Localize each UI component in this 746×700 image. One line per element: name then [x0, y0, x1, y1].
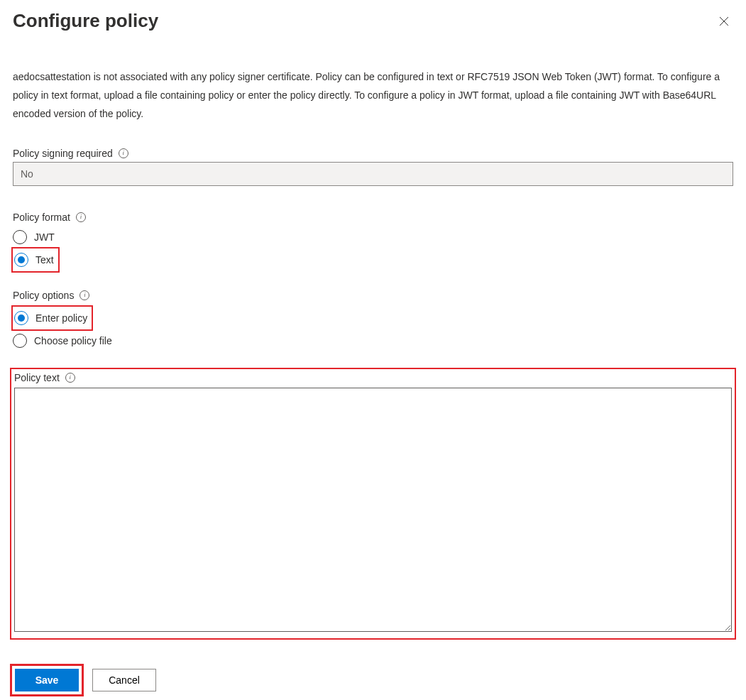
- panel-footer: Save Cancel: [13, 664, 733, 696]
- policy-signing-section: Policy signing required i: [13, 148, 733, 186]
- radio-choose-file[interactable]: Choose policy file: [13, 331, 733, 351]
- radio-text-label: Text: [35, 254, 54, 266]
- configure-policy-panel: Configure policy aedocsattestation is no…: [0, 0, 746, 700]
- radio-choose-label: Choose policy file: [34, 335, 112, 346]
- close-icon: [719, 16, 729, 26]
- radio-circle-icon: [14, 253, 28, 267]
- policy-signing-label: Policy signing required: [13, 148, 113, 159]
- policy-options-label: Policy options: [13, 290, 74, 301]
- policy-options-radio-group: Enter policy Choose policy file: [13, 305, 733, 351]
- highlight-annotation: Enter policy: [11, 305, 93, 331]
- cancel-button[interactable]: Cancel: [92, 669, 156, 691]
- policy-format-section: Policy format i JWT Text: [13, 212, 733, 273]
- policy-text-section: Policy text i: [14, 372, 732, 634]
- panel-description: aedocsattestation is not associated with…: [13, 68, 733, 124]
- policy-options-label-row: Policy options i: [13, 290, 733, 301]
- save-button[interactable]: Save: [15, 669, 79, 691]
- radio-circle-icon: [13, 230, 27, 244]
- close-button[interactable]: [715, 11, 733, 33]
- radio-circle-icon: [13, 334, 27, 348]
- info-icon[interactable]: i: [65, 373, 75, 383]
- panel-header: Configure policy: [13, 7, 733, 33]
- radio-enter-label: Enter policy: [35, 312, 87, 324]
- policy-format-label: Policy format: [13, 212, 70, 223]
- info-icon[interactable]: i: [79, 290, 89, 300]
- highlight-annotation: Save: [10, 664, 84, 696]
- radio-jwt[interactable]: JWT: [13, 227, 733, 247]
- radio-circle-icon: [14, 311, 28, 325]
- info-icon[interactable]: i: [76, 212, 86, 222]
- policy-options-section: Policy options i Enter policy Choose pol…: [13, 290, 733, 351]
- policy-text-label-row: Policy text i: [14, 372, 732, 383]
- policy-text-input[interactable]: [14, 388, 732, 632]
- policy-text-label: Policy text: [14, 372, 60, 383]
- panel-title: Configure policy: [13, 10, 158, 32]
- policy-signing-input: [13, 162, 733, 186]
- policy-format-label-row: Policy format i: [13, 212, 733, 223]
- highlight-annotation: Text: [11, 247, 60, 273]
- policy-format-radio-group: JWT Text: [13, 227, 733, 273]
- info-icon[interactable]: i: [119, 148, 128, 158]
- radio-jwt-label: JWT: [34, 231, 55, 243]
- policy-signing-label-row: Policy signing required i: [13, 148, 733, 159]
- radio-enter-policy[interactable]: Enter policy: [14, 308, 87, 328]
- radio-text[interactable]: Text: [14, 250, 54, 270]
- highlight-annotation: Policy text i: [10, 368, 736, 640]
